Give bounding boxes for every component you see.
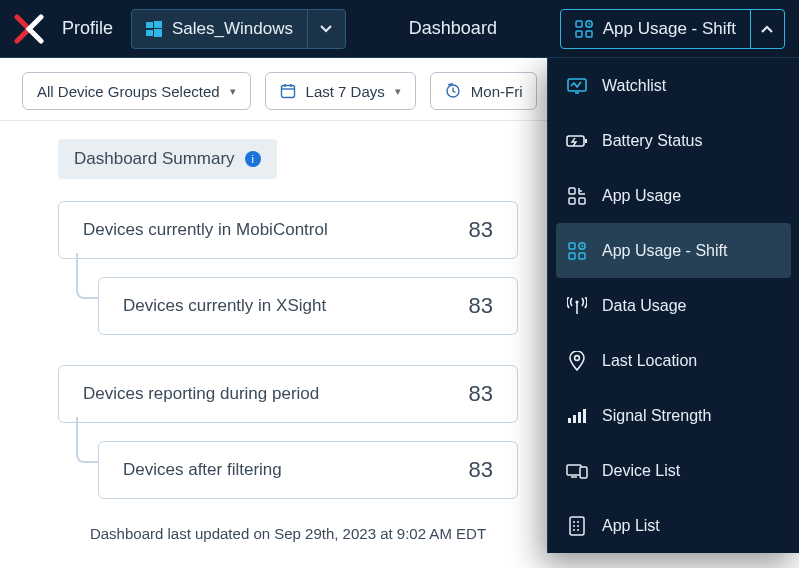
menu-item-devicelist[interactable]: Device List [548, 443, 799, 498]
menu-item-watchlist[interactable]: Watchlist [548, 58, 799, 113]
last-updated-text: Dashboard last updated on Sep 29th, 2023… [58, 525, 518, 542]
svg-rect-13 [569, 188, 575, 194]
menu-label: App Usage - Shift [602, 242, 727, 260]
filter-schedule[interactable]: Mon-Fri [430, 72, 538, 110]
menu-item-appusage-shift[interactable]: App Usage - Shift [556, 223, 791, 278]
chevron-down-icon: ▾ [395, 85, 401, 98]
windows-icon [146, 21, 162, 37]
dashboard-dropdown[interactable]: App Usage - Shift [560, 9, 785, 49]
chevron-down-icon: ▾ [230, 85, 236, 98]
svg-rect-10 [568, 79, 586, 91]
svg-rect-8 [281, 86, 294, 98]
menu-label: Battery Status [602, 132, 703, 150]
filter-date-range[interactable]: Last 7 Days ▾ [265, 72, 416, 110]
svg-point-21 [575, 355, 580, 360]
battery-icon [566, 134, 588, 148]
menu-label: Data Usage [602, 297, 687, 315]
menu-label: Watchlist [602, 77, 666, 95]
clock-icon [445, 83, 461, 99]
card-devices-mobicontrol: Devices currently in MobiControl 83 [58, 201, 518, 259]
filter-range-label: Last 7 Days [306, 83, 385, 100]
antenna-icon [566, 297, 588, 315]
menu-label: Signal Strength [602, 407, 711, 425]
profile-value: Sales_Windows [172, 19, 293, 39]
top-nav: Profile Sales_Windows Dashboard App Usag… [0, 0, 799, 58]
svg-point-20 [575, 300, 578, 303]
svg-point-32 [577, 525, 579, 527]
summary-chip: Dashboard Summary i [58, 139, 277, 179]
signal-bars-icon [566, 408, 588, 424]
svg-rect-4 [576, 21, 582, 27]
dashboard-caret[interactable] [750, 9, 784, 49]
profile-caret[interactable] [307, 9, 345, 49]
card-devices-reporting: Devices reporting during period 83 [58, 365, 518, 423]
filter-schedule-label: Mon-Fri [471, 83, 523, 100]
card-label: Devices currently in XSight [123, 296, 326, 316]
svg-rect-1 [154, 21, 162, 28]
svg-rect-17 [569, 253, 575, 259]
dashboard-label: Dashboard [409, 18, 497, 39]
brand-logo [14, 14, 44, 44]
svg-point-30 [577, 521, 579, 523]
menu-item-applist[interactable]: App List [548, 498, 799, 553]
svg-rect-15 [579, 198, 585, 204]
svg-rect-0 [146, 22, 153, 28]
location-pin-icon [566, 351, 588, 371]
menu-item-appusage[interactable]: App Usage [548, 168, 799, 223]
filter-device-groups[interactable]: All Device Groups Selected ▾ [22, 72, 251, 110]
svg-rect-24 [578, 412, 581, 423]
menu-label: App Usage [602, 187, 681, 205]
card-devices-xsight: Devices currently in XSight 83 [98, 277, 518, 335]
card-label: Devices after filtering [123, 460, 282, 480]
info-icon[interactable]: i [245, 151, 261, 167]
svg-point-34 [577, 529, 579, 531]
card-value: 83 [469, 293, 493, 319]
calendar-icon [280, 83, 296, 99]
menu-label: Device List [602, 462, 680, 480]
profile-label: Profile [62, 18, 113, 39]
svg-point-29 [573, 521, 575, 523]
svg-point-31 [573, 525, 575, 527]
menu-label: App List [602, 517, 660, 535]
menu-item-battery[interactable]: Battery Status [548, 113, 799, 168]
devices-icon [566, 463, 588, 479]
svg-rect-25 [583, 409, 586, 423]
summary-title: Dashboard Summary [74, 149, 235, 169]
card-devices-filtered: Devices after filtering 83 [98, 441, 518, 499]
menu-label: Last Location [602, 352, 697, 370]
app-list-icon [566, 516, 588, 536]
svg-rect-11 [567, 136, 584, 146]
dashboard-menu: Watchlist Battery Status App Usage App U… [547, 58, 799, 553]
svg-rect-27 [580, 467, 587, 478]
svg-rect-23 [573, 415, 576, 423]
menu-item-datausage[interactable]: Data Usage [548, 278, 799, 333]
svg-rect-6 [586, 31, 592, 37]
grid-clock-icon [575, 20, 593, 38]
svg-rect-18 [579, 253, 585, 259]
svg-rect-2 [146, 30, 153, 36]
card-value: 83 [469, 381, 493, 407]
menu-item-signal[interactable]: Signal Strength [548, 388, 799, 443]
svg-rect-22 [568, 418, 571, 423]
svg-rect-26 [567, 465, 581, 475]
svg-rect-14 [569, 198, 575, 204]
grid-icon [566, 187, 588, 205]
svg-rect-5 [576, 31, 582, 37]
menu-item-lastlocation[interactable]: Last Location [548, 333, 799, 388]
profile-dropdown[interactable]: Sales_Windows [131, 9, 346, 49]
connector-line [76, 253, 98, 299]
card-value: 83 [469, 217, 493, 243]
card-label: Devices currently in MobiControl [83, 220, 328, 240]
svg-rect-12 [585, 139, 587, 143]
connector-line [76, 417, 98, 463]
watchlist-icon [566, 77, 588, 95]
card-value: 83 [469, 457, 493, 483]
svg-rect-16 [569, 243, 575, 249]
card-label: Devices reporting during period [83, 384, 319, 404]
dashboard-value: App Usage - Shift [603, 19, 736, 39]
svg-point-33 [573, 529, 575, 531]
filter-groups-label: All Device Groups Selected [37, 83, 220, 100]
svg-rect-3 [154, 29, 162, 37]
grid-clock-icon [566, 242, 588, 260]
